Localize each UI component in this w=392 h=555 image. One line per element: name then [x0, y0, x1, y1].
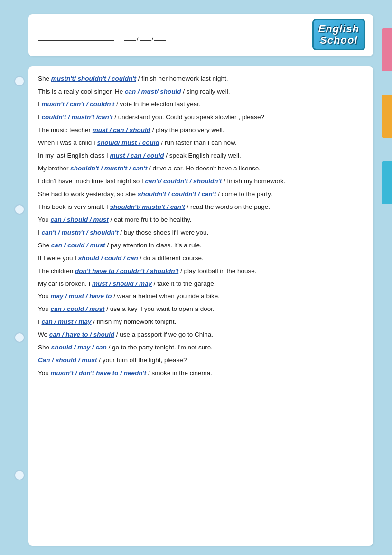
sentence-16: The children don't have to / couldn't / … — [38, 265, 364, 277]
sentence-17: My car is broken. I must / should / may … — [38, 278, 364, 290]
sentence-15: If I were you I should / could / can / d… — [38, 253, 364, 264]
main-content: She mustn't/ shouldn't / couldn't / fini… — [28, 66, 373, 546]
date-month-line[interactable] — [140, 34, 151, 41]
tab-pink — [382, 28, 392, 71]
teacher-input-line[interactable] — [38, 34, 114, 41]
sentence-21: We can / have to / should / use a passpo… — [38, 329, 364, 341]
ring-hole-1 — [14, 76, 25, 86]
sentence-1: She mustn't/ shouldn't / couldn't / fini… — [38, 73, 364, 85]
sentence-9: I didn't have much time last night so I … — [38, 176, 364, 188]
sentence-10: She had to work yesterday, so she should… — [38, 188, 364, 200]
logo-text: EnglishSchool — [318, 23, 359, 46]
sentence-14: She can / could / must / pay attention i… — [38, 240, 364, 252]
header-box: / / EnglishSchool — [28, 14, 373, 56]
date-sep1: / — [137, 35, 139, 42]
sentence-2: This is a really cool singer. He can / m… — [38, 86, 364, 98]
sentence-8: My brother shouldn't / mustn't / can't /… — [38, 163, 364, 175]
date-sep2: / — [152, 35, 154, 42]
logo-box: EnglishSchool — [312, 19, 365, 50]
ring-hole-2 — [14, 204, 25, 215]
student-input-line[interactable] — [38, 25, 114, 31]
ring-hole-4 — [14, 470, 25, 480]
sentence-7: In my last English class I must / can / … — [38, 150, 364, 162]
header-row-teacher: / / — [36, 34, 305, 42]
sentence-4: I couldn't / mustn't /can't / understand… — [38, 112, 364, 123]
date-day-line[interactable] — [124, 34, 136, 41]
sentence-13: I can't / mustn't / shouldn't / buy thos… — [38, 227, 364, 239]
sentence-18: You may / must / have to / wear a helmet… — [38, 291, 364, 302]
tab-blue — [382, 161, 392, 204]
sentence-6: When I was a child I should/ must / coul… — [38, 137, 364, 149]
ring-hole-3 — [14, 332, 25, 343]
header-row-student — [36, 25, 305, 31]
sentence-23: Can / should / must / your turn off the … — [38, 355, 364, 367]
sentence-19: You can / could / must / use a key if yo… — [38, 303, 364, 315]
sentence-5: The music teacher must / can / should / … — [38, 124, 364, 136]
sentence-20: I can / must / may / finish my homework … — [38, 316, 364, 328]
sentence-11: This book is very small. I shouldn't/ mu… — [38, 201, 364, 213]
sentence-24: You mustn't / don't have to / needn't / … — [38, 367, 364, 379]
tab-orange — [382, 95, 392, 138]
sentence-12: You can / should / must / eat more fruit… — [38, 214, 364, 226]
group-input-line[interactable] — [123, 25, 166, 31]
sentence-3: I mustn't / can't / couldn't / vote in t… — [38, 99, 364, 111]
date-year-line[interactable] — [154, 34, 166, 41]
header-fields: / / — [36, 25, 305, 45]
sentence-22: She should / may / can / go to the party… — [38, 342, 364, 354]
